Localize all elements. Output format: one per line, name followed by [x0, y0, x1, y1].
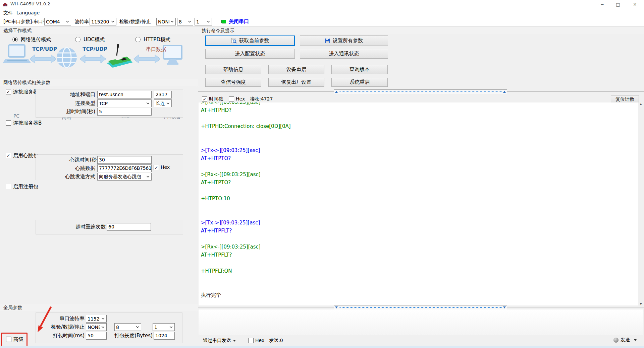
radio-net-transparent-label[interactable]: 网络透传模式: [21, 37, 51, 43]
node-pc-label: PC: [6, 113, 26, 119]
global-baud-label: 串口波特率: [42, 316, 85, 322]
radio-udc-mode[interactable]: [75, 37, 80, 42]
close-port-label: 关闭串口: [229, 18, 249, 25]
menu-file[interactable]: 文件: [3, 10, 13, 16]
scroll-up-icon[interactable]: ▲: [640, 102, 642, 106]
server-a-port-input[interactable]: 2317: [154, 91, 172, 98]
global-stopbits-select[interactable]: 1: [153, 323, 175, 331]
log-line: [201, 187, 638, 195]
maximize-button[interactable]: □: [610, 0, 626, 9]
timeout-label: 超时时间(秒): [42, 109, 95, 115]
serial-toolbar: [PC串口参数]:串口号 COM4 波特率 115200 检验/数据/停止 NO…: [0, 17, 644, 26]
global-parity-select[interactable]: NONE: [86, 323, 107, 331]
enter-comm-button[interactable]: 进入通讯状态: [300, 49, 388, 59]
scroll-down-icon[interactable]: ▼: [640, 302, 642, 305]
chevron-down-icon: [634, 339, 637, 341]
keepalive-select[interactable]: 长连: [154, 99, 172, 107]
minimize-button[interactable]: ─: [594, 0, 610, 9]
log-line: [201, 162, 638, 170]
server-a-checkbox[interactable]: ✓: [6, 89, 11, 94]
log-hex-label: Hex: [236, 96, 245, 101]
heartbeat-checkbox[interactable]: ✓: [6, 153, 11, 158]
log-line: AT+HTPHD?: [201, 106, 638, 114]
log-lines: >[Rx<-][09:03:25][asc]AT+HTPHD? +HTPHD:C…: [201, 102, 638, 299]
register-label: 启用注册包: [13, 184, 38, 190]
global-baud-select[interactable]: 115200: [86, 315, 107, 323]
timestamp-checkbox[interactable]: ✓: [202, 96, 207, 102]
radio-httpd-label[interactable]: HTTPD模式: [144, 37, 170, 43]
enter-config-button[interactable]: 进入配置状态: [205, 49, 295, 59]
toolbar-separator: [251, 17, 251, 26]
global-databits-select[interactable]: 8: [114, 323, 141, 331]
pack-time-label: 打包时间(ms): [42, 333, 85, 339]
send-orb-icon: [613, 338, 619, 343]
reconnect-input[interactable]: 60: [107, 223, 151, 231]
set-params-button[interactable]: 设置所有参数: [300, 36, 388, 46]
hb-mode-label: 心跳发送方式: [42, 173, 95, 180]
recv-count-label: 接收:4727: [250, 96, 273, 102]
log-scrollbar[interactable]: ▲ ▼: [638, 102, 643, 305]
log-hex-checkbox[interactable]: [229, 96, 234, 102]
log-line: AT+HTPFLT?: [201, 227, 638, 235]
trackbar-marker-icon: [503, 306, 506, 308]
close-button[interactable]: ✕: [626, 0, 644, 9]
trackbar-marker-icon: [335, 306, 338, 308]
hb-time-input[interactable]: 30: [97, 156, 152, 164]
menu-language[interactable]: Language: [16, 10, 40, 15]
query-version-button[interactable]: 查询版本: [331, 65, 388, 74]
hb-data-input[interactable]: 7777772E6D6F6B7561692E6: [97, 164, 152, 172]
window-title: WH-G405tf V1.0.2: [10, 1, 50, 6]
hb-hex-checkbox[interactable]: ✓: [154, 165, 159, 170]
stopbits-select[interactable]: 1: [195, 18, 212, 25]
command-panel-header: 执行命令及提示: [198, 27, 644, 34]
title-bar: WH-G405tf V1.0.2 ─ □ ✕: [0, 0, 644, 9]
chevron-down-icon: [147, 101, 149, 104]
baud-select[interactable]: 115200: [90, 18, 116, 25]
search-doc-icon: [231, 38, 237, 44]
log-line: >[Rx<-][09:03:25][asc]: [201, 170, 638, 179]
log-line: >[Tx->][09:03:25][asc]: [201, 219, 638, 227]
com-port-select[interactable]: COM4: [44, 18, 71, 25]
radio-httpd-mode[interactable]: [135, 37, 141, 42]
send-hex-checkbox[interactable]: [248, 338, 254, 343]
log-line: [201, 275, 638, 283]
arrow-icon: [133, 55, 160, 63]
log-line: +HTPFLT:ON: [201, 267, 638, 275]
factory-reset-button[interactable]: 恢复出厂设置: [268, 78, 324, 87]
register-checkbox[interactable]: [6, 184, 11, 189]
hb-data-label: 心跳数据: [42, 165, 95, 171]
bottom-edge-strip: [0, 346, 644, 348]
radio-udc-label[interactable]: UDC模式: [84, 37, 105, 43]
device-restart-button[interactable]: 设备重启: [268, 65, 324, 74]
chevron-down-icon: [111, 19, 114, 22]
chevron-down-icon: [102, 317, 104, 319]
log-output[interactable]: >[Rx<-][09:03:25][asc]AT+HTPHD? +HTPHD:C…: [199, 102, 638, 305]
chevron-down-icon: [102, 325, 104, 328]
query-signal-button[interactable]: 查信号强度: [205, 78, 261, 87]
send-input-area[interactable]: [199, 309, 643, 335]
hb-mode-select[interactable]: 向服务器发送心跳包: [97, 173, 152, 181]
conn-type-select[interactable]: TCP: [97, 99, 152, 107]
link-serial-data: 串口数据: [142, 46, 170, 53]
pack-len-input[interactable]: 1024: [154, 332, 175, 340]
send-via-serial-dropdown[interactable]: 通过串口发送: [203, 338, 236, 344]
network-globe-icon: [57, 48, 77, 68]
pack-time-input[interactable]: 50: [86, 332, 107, 340]
timeout-input[interactable]: 5: [97, 108, 152, 116]
send-button[interactable]: 发送: [613, 337, 637, 343]
radio-net-transparent-mode[interactable]: [12, 37, 18, 42]
system-restart-button[interactable]: 系统重启: [331, 78, 388, 87]
log-trackbar-bottom[interactable]: [334, 305, 507, 310]
log-trackbar-top[interactable]: [334, 89, 507, 94]
conn-type-label: 连接类型: [42, 100, 95, 107]
chevron-down-icon: [171, 19, 173, 22]
server-b-checkbox[interactable]: [6, 120, 11, 126]
help-button[interactable]: 帮助信息: [205, 65, 261, 74]
get-params-button[interactable]: 获取当前参数: [205, 36, 295, 46]
server-a-address-input[interactable]: test.usr.cn: [97, 91, 152, 98]
parity-select[interactable]: NONI: [156, 18, 176, 25]
app-window: WH-G405tf V1.0.2 ─ □ ✕ 文件 Language [PC串口…: [0, 0, 644, 348]
pc-port-label: [PC串口参数]:串口号: [3, 19, 48, 25]
databits-select[interactable]: 8: [177, 18, 193, 25]
close-port-button[interactable]: 关闭串口: [221, 17, 249, 26]
